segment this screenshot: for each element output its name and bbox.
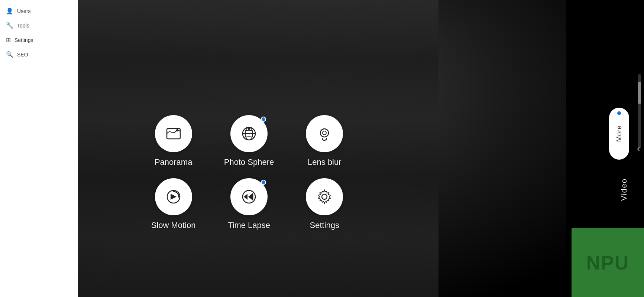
sidebar-label-users: Users [17,8,31,14]
svg-point-6 [320,129,329,137]
left-sidebar: 👤 Users 🔧 Tools ⊞ Settings 🔍 SEO [0,0,78,297]
chevron-left-icon[interactable]: ‹ [637,143,640,154]
users-icon: 👤 [6,7,13,14]
time-lapse-icon [240,188,258,206]
more-label: More [615,125,623,142]
scrollbar-thumb[interactable] [638,82,641,104]
time-lapse-dot [261,180,266,185]
svg-point-15 [322,194,327,199]
mode-item-time-lapse[interactable]: Time Lapse [213,178,285,230]
mode-label-lens-blur: Lens blur [308,157,342,167]
npu-text: NPU [586,252,630,274]
more-dot [617,111,621,115]
mode-circle-settings [306,178,343,215]
mode-item-panorama[interactable]: Panorama [137,115,209,167]
mode-label-photo-sphere: Photo Sphere [224,157,274,167]
right-panel: More Video Camera ‹ NPU [566,0,644,297]
mode-label-settings: Settings [310,221,340,230]
sidebar-label-seo: SEO [17,52,28,58]
mode-circle-lens-blur [306,115,343,152]
video-label[interactable]: Video [620,178,628,201]
mode-item-lens-blur[interactable]: Lens blur [289,115,360,167]
modes-grid: Panorama Photo Sphere [130,108,368,238]
photo-sphere-dot [261,117,266,122]
svg-point-12 [178,196,179,198]
mode-circle-photo-sphere [230,115,268,152]
sidebar-item-seo[interactable]: 🔍 SEO [0,47,78,62]
photo-sphere-icon [240,125,258,143]
mode-circle-panorama [155,115,192,152]
svg-point-10 [326,139,327,140]
sidebar-item-users[interactable]: 👤 Users [0,4,78,18]
mode-label-slow-motion: Slow Motion [151,221,196,230]
sidebar-label-settings: Settings [14,37,33,43]
sidebar-label-tools: Tools [17,23,29,29]
svg-point-1 [176,129,178,131]
settings-icon: ⊞ [6,36,11,43]
mode-item-settings[interactable]: Settings [289,178,360,230]
npu-badge: NPU [572,228,644,297]
tools-icon: 🔧 [6,22,13,29]
mode-circle-slow-motion [155,178,192,215]
settings-gear-icon [315,188,333,206]
panorama-icon [165,125,182,143]
sidebar-item-tools[interactable]: 🔧 Tools [0,18,78,33]
svg-point-9 [324,140,325,141]
seo-icon: 🔍 [6,51,13,58]
lens-blur-icon [315,125,333,143]
mode-item-photo-sphere[interactable]: Photo Sphere [213,115,285,167]
mode-item-slow-motion[interactable]: Slow Motion [137,178,209,230]
more-button[interactable]: More [609,108,629,160]
svg-point-8 [322,139,323,140]
mode-label-time-lapse: Time Lapse [228,221,270,230]
sidebar-item-settings[interactable]: ⊞ Settings [0,33,78,47]
svg-point-7 [323,131,326,135]
slow-motion-icon [165,188,182,206]
scrollbar-track[interactable] [638,74,641,148]
mode-circle-time-lapse [230,178,268,215]
mode-label-panorama: Panorama [155,157,192,167]
